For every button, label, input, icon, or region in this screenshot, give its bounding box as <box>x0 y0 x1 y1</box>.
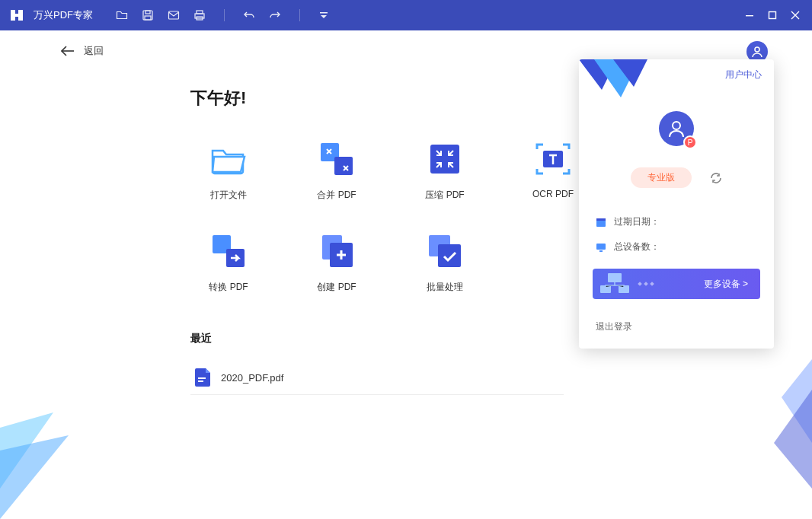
merge-icon <box>318 140 356 178</box>
ocr-icon <box>534 140 572 178</box>
action-merge-pdf[interactable]: 合并 PDF <box>299 140 375 202</box>
action-create-pdf[interactable]: 创建 PDF <box>299 232 375 294</box>
convert-icon <box>209 232 248 270</box>
decoration-bottom-left-icon <box>0 412 76 519</box>
action-convert-pdf[interactable]: 转换 PDF <box>190 232 267 294</box>
more-devices-button[interactable]: 更多设备 > <box>593 269 760 299</box>
toolbar-separator <box>224 9 225 21</box>
recent-list: 2020_PDF.pdf <box>190 361 564 395</box>
svg-rect-25 <box>198 380 203 382</box>
redo-icon[interactable] <box>269 9 281 21</box>
svg-rect-12 <box>746 15 753 16</box>
pro-badge-icon: P <box>683 135 697 149</box>
undo-icon[interactable] <box>243 9 255 21</box>
maximize-icon[interactable] <box>768 11 777 20</box>
info-rows: 过期日期： 总设备数： <box>579 188 774 253</box>
action-label: 合并 PDF <box>317 189 356 202</box>
svg-rect-23 <box>438 244 461 267</box>
action-label: 批量处理 <box>427 281 463 294</box>
toolbar-separator <box>299 9 300 21</box>
pro-version-badge: 专业版 <box>631 167 692 188</box>
monitor-icon <box>596 242 606 253</box>
create-icon <box>318 232 356 270</box>
folder-icon[interactable] <box>116 9 128 21</box>
app-logo-icon <box>8 6 26 24</box>
avatar-container: P <box>579 111 774 146</box>
print-icon[interactable] <box>193 9 206 21</box>
action-open-file[interactable]: 打开文件 <box>190 140 267 202</box>
action-label: 转换 PDF <box>209 281 248 294</box>
svg-point-30 <box>673 122 680 129</box>
expiry-label: 过期日期： <box>614 215 660 228</box>
svg-rect-4 <box>145 11 150 14</box>
save-icon[interactable] <box>142 9 154 21</box>
back-label: 返回 <box>84 44 104 58</box>
action-label: 打开文件 <box>210 189 247 202</box>
window-controls <box>745 11 804 20</box>
expiry-row: 过期日期： <box>596 215 757 228</box>
svg-rect-16 <box>430 145 459 174</box>
app-title: 万兴PDF专家 <box>34 8 93 22</box>
recent-file-item[interactable]: 2020_PDF.pdf <box>190 361 564 395</box>
devices-row: 总设备数： <box>596 240 757 253</box>
app-window: 万兴PDF专家 返回 下午好! <box>0 0 812 519</box>
action-compress-pdf[interactable]: 压缩 PDF <box>407 140 483 202</box>
toolbar-icons <box>116 9 329 21</box>
mail-icon[interactable] <box>168 9 180 21</box>
svg-point-26 <box>755 47 759 52</box>
calendar-icon <box>596 217 606 228</box>
user-center-link[interactable]: 用户中心 <box>725 69 762 80</box>
close-icon[interactable] <box>791 11 800 20</box>
decoration-bottom-right-icon <box>774 359 812 489</box>
svg-rect-2 <box>14 14 20 17</box>
logout-button[interactable]: 退出登录 <box>596 320 774 333</box>
devices-label: 总设备数： <box>614 240 660 253</box>
svg-rect-6 <box>169 11 179 19</box>
menu-dropdown-icon[interactable] <box>318 10 329 21</box>
minimize-icon[interactable] <box>745 11 754 20</box>
refresh-icon[interactable] <box>710 172 722 184</box>
user-avatar-icon[interactable]: P <box>659 111 694 146</box>
devices-network-icon <box>599 272 631 296</box>
svg-rect-7 <box>197 11 203 14</box>
action-label: 压缩 PDF <box>425 189 464 202</box>
panel-header: 用户中心 <box>579 59 774 97</box>
svg-rect-32 <box>596 218 606 221</box>
action-batch-process[interactable]: 批量处理 <box>407 232 483 294</box>
recent-file-name: 2020_PDF.pdf <box>221 372 283 384</box>
svg-rect-13 <box>769 12 776 19</box>
compress-icon <box>426 140 464 178</box>
svg-rect-5 <box>145 16 151 20</box>
titlebar: 万兴PDF专家 <box>0 0 812 30</box>
user-panel: 用户中心 P 专业版 过期日期： <box>579 59 774 349</box>
svg-rect-24 <box>198 377 206 379</box>
more-devices-label: 更多设备 > <box>704 278 748 291</box>
badge-row: 专业版 <box>579 167 774 188</box>
batch-icon <box>426 232 464 270</box>
content-area: 返回 下午好! 打开文件 合并 PDF 压缩 PDF <box>0 30 812 519</box>
svg-marker-11 <box>321 15 327 18</box>
arrow-left-icon <box>61 46 75 56</box>
folder-open-icon <box>209 140 248 178</box>
svg-rect-33 <box>596 244 606 250</box>
dots-icon <box>638 282 654 285</box>
pdf-file-icon <box>195 368 210 387</box>
action-label: 创建 PDF <box>317 281 356 294</box>
decoration-icon <box>579 59 647 102</box>
svg-rect-35 <box>608 273 622 282</box>
svg-rect-10 <box>320 12 328 14</box>
svg-rect-34 <box>599 250 603 252</box>
back-button[interactable]: 返回 <box>0 30 812 58</box>
action-label: OCR PDF <box>532 189 574 199</box>
